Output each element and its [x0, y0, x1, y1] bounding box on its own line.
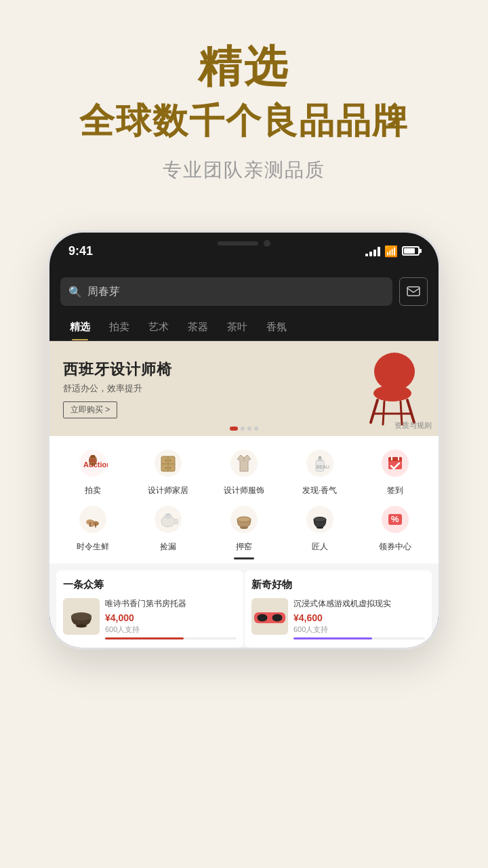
- svg-point-51: [71, 612, 92, 620]
- phone-wrapper: 9:41 📶 🔍 周春芽: [0, 210, 488, 650]
- svg-point-47: [317, 527, 323, 529]
- crowdfunding-progress-bar: [105, 637, 237, 639]
- svg-point-18: [169, 460, 171, 462]
- svg-rect-11: [91, 455, 95, 458]
- phone-screen: 🔍 周春芽 精选 拍卖 艺术 茶器 茶叶 香氛: [49, 269, 439, 648]
- banner-dots: [230, 427, 258, 431]
- fragrance-icon-box: BEAU: [302, 446, 338, 481]
- category-grid-row1: Auction 183 拍卖: [49, 436, 439, 558]
- message-icon: [407, 286, 420, 297]
- search-input-box[interactable]: 🔍 周春芽: [60, 277, 392, 306]
- clothing-icon-box: [226, 446, 262, 481]
- novelty-title: 新奇好物: [251, 578, 425, 591]
- svg-point-41: [167, 513, 169, 516]
- crowdfunding-product-support: 600人支持: [105, 625, 237, 635]
- wifi-icon: 📶: [384, 245, 398, 258]
- crowdfunding-section[interactable]: 一条众筹 唯诗书香门第书房托器 ¥4,000 600人: [56, 570, 243, 648]
- furniture-icon: [153, 448, 183, 478]
- category-separator: [49, 558, 439, 564]
- category-checkin[interactable]: 签到: [357, 446, 433, 496]
- craftsman-icon: [305, 505, 335, 534]
- status-icons: 📶: [365, 245, 420, 258]
- deal-label: 捡漏: [160, 541, 176, 553]
- auction-icon: Auction 183: [78, 448, 108, 478]
- banner-cta-button[interactable]: 立即购买 >: [63, 401, 117, 418]
- tab-xiangfen[interactable]: 香氛: [257, 314, 296, 340]
- fresh-icon: [78, 505, 108, 534]
- checkin-icon: [380, 448, 410, 478]
- novelty-product-name: 沉浸式体感游戏机虚拟现实: [293, 598, 425, 610]
- search-icon: 🔍: [68, 285, 82, 298]
- status-bar: 9:41 📶: [49, 233, 439, 269]
- deal-icon: [153, 505, 183, 534]
- coupon-label: 领券中心: [379, 541, 411, 553]
- category-fragrance[interactable]: BEAU 发现·香气: [282, 446, 358, 496]
- furniture-icon-box: [150, 446, 186, 481]
- kiln-icon-box: [226, 502, 262, 537]
- crowdfunding-product[interactable]: 唯诗书香门第书房托器 ¥4,000 600人支持: [63, 598, 237, 639]
- notch: [190, 233, 298, 254]
- tab-paimai[interactable]: 拍卖: [100, 314, 139, 340]
- tab-chaoqi[interactable]: 茶器: [178, 314, 218, 340]
- svg-rect-0: [407, 287, 420, 296]
- message-icon-button[interactable]: [399, 277, 428, 306]
- category-coupon[interactable]: % 领券中心: [357, 502, 433, 553]
- clothing-icon: [229, 448, 259, 478]
- svg-text:183: 183: [89, 458, 96, 462]
- header-title-sub: 全球数千个良品品牌: [27, 98, 461, 144]
- banner-rules-label[interactable]: 资质与规则: [394, 420, 432, 431]
- category-fresh[interactable]: 时令生鲜: [55, 502, 131, 553]
- svg-rect-29: [388, 457, 402, 461]
- crowdfunding-product-image: [63, 598, 100, 635]
- novelty-product[interactable]: 沉浸式体感游戏机虚拟现实 ¥4,600 600人支持: [251, 598, 425, 639]
- svg-point-19: [165, 467, 167, 469]
- novelty-section[interactable]: 新奇好物: [245, 570, 432, 648]
- svg-point-52: [76, 625, 87, 628]
- checkin-label: 签到: [387, 485, 403, 496]
- phone-mockup: 9:41 📶 🔍 周春芽: [47, 231, 441, 650]
- category-auction[interactable]: Auction 183 拍卖: [55, 446, 131, 496]
- header-title-main: 精选: [27, 41, 461, 93]
- status-time: 9:41: [68, 244, 93, 258]
- svg-point-35: [89, 523, 94, 527]
- banner-title: 西班牙设计师椅: [63, 359, 425, 380]
- coupon-icon: %: [380, 505, 410, 534]
- banner: 西班牙设计师椅 舒适办公，效率提升 立即购买 >: [49, 341, 439, 436]
- tab-yishu[interactable]: 艺术: [139, 314, 178, 340]
- novelty-product-price: ¥4,600: [293, 612, 425, 623]
- category-kiln[interactable]: 押窑: [206, 502, 282, 553]
- category-furniture[interactable]: 设计师家居: [131, 446, 207, 496]
- fragrance-icon: BEAU: [305, 448, 335, 478]
- crowdfunding-product-info: 唯诗书香门第书房托器 ¥4,000 600人支持: [105, 598, 237, 639]
- auction-icon-box: Auction 183: [75, 446, 110, 481]
- tab-jingxuan[interactable]: 精选: [60, 314, 100, 340]
- category-craftsman[interactable]: 匠人: [282, 502, 358, 553]
- search-placeholder: 周春芽: [87, 285, 120, 299]
- svg-point-20: [169, 467, 171, 469]
- bowl-image: [68, 604, 95, 629]
- craftsman-icon-box: [302, 502, 338, 537]
- svg-point-17: [165, 460, 167, 462]
- category-clothing[interactable]: 设计师服饰: [206, 446, 282, 496]
- signal-icon: [365, 245, 380, 256]
- checkin-icon-box: [378, 446, 413, 481]
- svg-point-46: [314, 517, 326, 522]
- banner-text: 西班牙设计师椅 舒适办公，效率提升 立即购买 >: [63, 359, 425, 418]
- svg-line-58: [285, 616, 287, 618]
- novelty-product-support: 600人支持: [293, 625, 425, 635]
- furniture-label: 设计师家居: [148, 485, 188, 496]
- search-bar-area: 🔍 周春芽: [49, 269, 439, 314]
- kiln-icon: [229, 505, 259, 534]
- vr-glasses-image: [253, 607, 287, 626]
- speaker: [218, 241, 258, 245]
- page-header: 精选 全球数千个良品品牌 专业团队亲测品质: [0, 0, 488, 210]
- auction-label: 拍卖: [85, 485, 101, 496]
- category-deal[interactable]: 捡漏: [131, 502, 207, 553]
- tab-chaye[interactable]: 茶叶: [218, 314, 257, 340]
- crowdfunding-product-name: 唯诗书香门第书房托器: [105, 598, 237, 610]
- svg-rect-25: [319, 456, 321, 458]
- clothing-label: 设计师服饰: [224, 485, 264, 496]
- crowdfunding-title: 一条众筹: [63, 578, 237, 591]
- novelty-product-image: [251, 598, 288, 635]
- crowdfunding-product-price: ¥4,000: [105, 612, 237, 623]
